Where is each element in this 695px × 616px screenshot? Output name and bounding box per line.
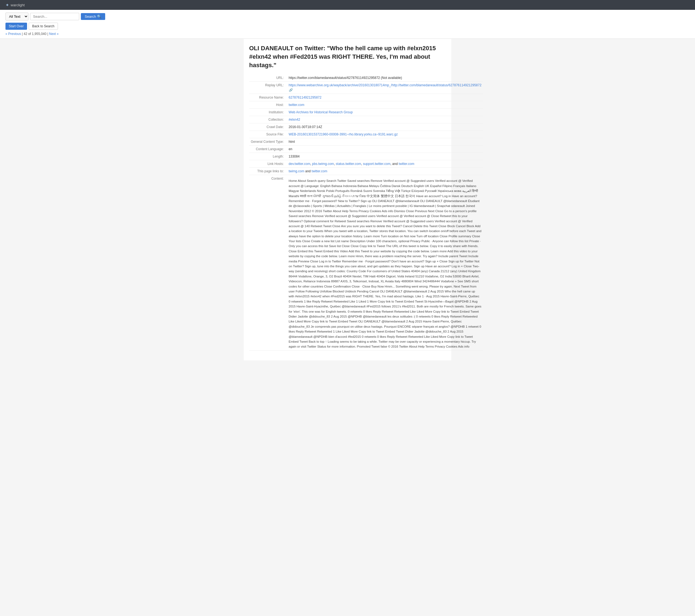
replay-url-icon: 🔗: [289, 88, 293, 92]
host-row: Host: twitter.com: [249, 101, 483, 109]
collection-row: Collection: #elxn42: [249, 116, 483, 123]
back-to-search-button[interactable]: Back to Search: [29, 23, 58, 30]
replay-url-label: Replay URL:: [249, 82, 287, 94]
page-link-twimg[interactable]: twimg.com: [289, 169, 304, 173]
replay-url-link[interactable]: https://www.webarchive.org.uk/wayback/ar…: [289, 83, 481, 87]
source-file-value: WEB-20160130153721960-00008-3991~rho.lib…: [287, 131, 483, 138]
article-title: OLI DANEAULT on Twitter: "Who the hell c…: [249, 44, 446, 69]
general-content-type-label: General Content Type:: [249, 138, 287, 145]
link-host-support-twitter[interactable]: support.twitter.com: [363, 162, 390, 166]
crawl-date-label: Crawl Date:: [249, 123, 287, 131]
previous-link[interactable]: « Previous: [5, 32, 21, 36]
link-host-status-twitter[interactable]: status.twitter.com: [336, 162, 361, 166]
search-input[interactable]: [30, 13, 79, 20]
search-type-select[interactable]: All Text URL Title Content: [5, 13, 29, 20]
search-button-label: Search: [85, 15, 96, 19]
source-file-link[interactable]: WEB-20160130153721960-00008-3991~rho.lib…: [289, 133, 398, 136]
link-host-dev-twitter[interactable]: dev.twitter.com: [289, 162, 310, 166]
url-label: URL:: [249, 74, 287, 82]
content-text: Home About Search query Search Twitter S…: [289, 178, 481, 349]
pagination-row: « Previous | 42 of 1,955,040 | Next »: [5, 32, 690, 36]
length-row: Length: 133084: [249, 153, 483, 160]
topbar: ✦ warclight: [0, 0, 695, 10]
crawl-date-row: Crawl Date: 2016-01-30T18:07:14Z: [249, 123, 483, 131]
link-hosts-label: Link Hosts:: [249, 160, 287, 168]
host-label: Host:: [249, 101, 287, 109]
page-link-twitter[interactable]: twitter.com: [312, 169, 327, 173]
institution-label: Institution:: [249, 109, 287, 116]
collection-value: #elxn42: [287, 116, 483, 123]
page-links-label: This page links to:: [249, 168, 287, 175]
next-link[interactable]: Next »: [49, 32, 59, 36]
buttons-row: Start Over Back to Search: [5, 23, 690, 30]
collection-link[interactable]: #elxn42: [289, 118, 300, 122]
institution-row: Institution: Web Archives for Historical…: [249, 109, 483, 116]
resource-name-value: 627876114921295872: [287, 94, 483, 101]
search-icon: 🔍: [97, 15, 101, 19]
general-content-type-row: General Content Type: html: [249, 138, 483, 145]
replay-url-row: Replay URL: https://www.webarchive.org.u…: [249, 82, 483, 94]
length-label: Length:: [249, 153, 287, 160]
pagination-count-text: 42 of 1,955,040: [24, 32, 47, 36]
host-link[interactable]: twitter.com: [289, 103, 304, 107]
resource-name-row: Resource Name: 627876114921295872: [249, 94, 483, 101]
institution-link[interactable]: Web Archives for Historical Research Gro…: [289, 110, 353, 114]
content-row: Content: Home About Search query Search …: [249, 175, 483, 350]
page-links-value: twimg.com and twitter.com: [287, 168, 483, 175]
content-language-value: en: [287, 145, 483, 153]
resource-name-label: Resource Name:: [249, 94, 287, 101]
host-value: twitter.com: [287, 101, 483, 109]
replay-url-value: https://www.webarchive.org.uk/wayback/ar…: [287, 82, 483, 94]
content-language-label: Content Language:: [249, 145, 287, 153]
general-content-type-value: html: [287, 138, 483, 145]
content-value: Home About Search query Search Twitter S…: [287, 175, 483, 350]
link-host-twitter[interactable]: twitter.com: [399, 162, 414, 166]
logo-text: warclight: [11, 3, 24, 7]
url-value: https://twitter.com/blamedaneault/status…: [287, 74, 483, 82]
searchbar-area: All Text URL Title Content Search 🔍 Star…: [0, 10, 695, 39]
search-button[interactable]: Search 🔍: [81, 13, 105, 20]
link-hosts-value: dev.twitter.com, pbs.twimg.com, status.t…: [287, 160, 483, 168]
logo: ✦ warclight: [5, 2, 24, 8]
metadata-table: URL: https://twitter.com/blamedaneault/s…: [249, 74, 483, 350]
link-hosts-row: Link Hosts: dev.twitter.com, pbs.twimg.c…: [249, 160, 483, 168]
link-host-pbs-twimg[interactable]: pbs.twimg.com: [312, 162, 334, 166]
search-row: All Text URL Title Content Search 🔍: [5, 13, 690, 20]
content-language-row: Content Language: en: [249, 145, 483, 153]
url-row: URL: https://twitter.com/blamedaneault/s…: [249, 74, 483, 82]
start-over-button[interactable]: Start Over: [5, 23, 27, 30]
logo-star-icon: ✦: [5, 2, 9, 8]
content-label: Content:: [249, 175, 287, 350]
length-value: 133084: [287, 153, 483, 160]
collection-label: Collection:: [249, 116, 287, 123]
resource-name-link[interactable]: 627876114921295872: [289, 95, 322, 100]
source-file-row: Source File: WEB-20160130153721960-00008…: [249, 131, 483, 138]
source-file-label: Source File:: [249, 131, 287, 138]
institution-value: Web Archives for Historical Research Gro…: [287, 109, 483, 116]
crawl-date-value: 2016-01-30T18:07:14Z: [287, 123, 483, 131]
page-links-row: This page links to: twimg.com and twitte…: [249, 168, 483, 175]
main-content: OLI DANEAULT on Twitter: "Who the hell c…: [244, 39, 451, 360]
